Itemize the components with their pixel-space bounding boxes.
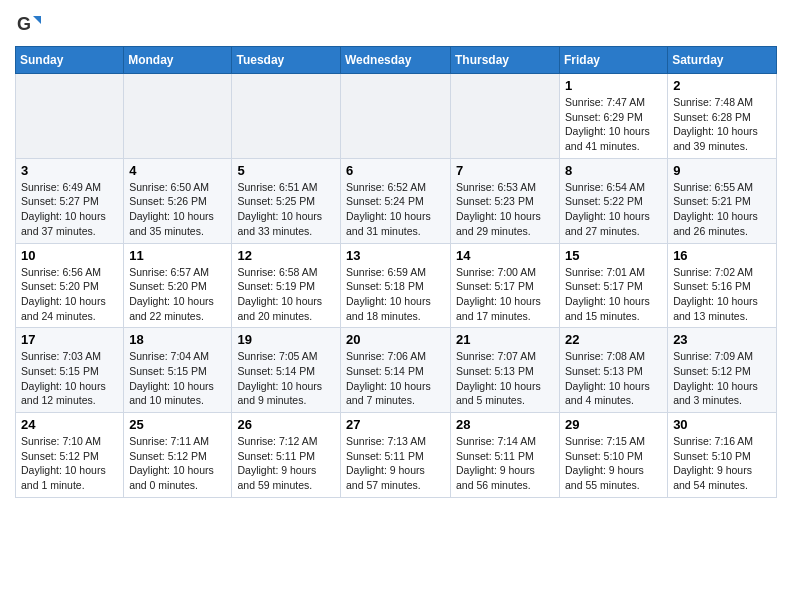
calendar-cell: 9Sunrise: 6:55 AM Sunset: 5:21 PM Daylig… <box>668 158 777 243</box>
weekday-thursday: Thursday <box>451 47 560 74</box>
calendar-cell: 1Sunrise: 7:47 AM Sunset: 6:29 PM Daylig… <box>560 74 668 159</box>
day-number: 5 <box>237 163 335 178</box>
weekday-wednesday: Wednesday <box>341 47 451 74</box>
day-info: Sunrise: 7:05 AM Sunset: 5:14 PM Dayligh… <box>237 349 335 408</box>
day-info: Sunrise: 7:01 AM Sunset: 5:17 PM Dayligh… <box>565 265 662 324</box>
day-number: 22 <box>565 332 662 347</box>
weekday-tuesday: Tuesday <box>232 47 341 74</box>
calendar-cell <box>341 74 451 159</box>
day-number: 27 <box>346 417 445 432</box>
day-number: 3 <box>21 163 118 178</box>
day-info: Sunrise: 7:14 AM Sunset: 5:11 PM Dayligh… <box>456 434 554 493</box>
day-number: 2 <box>673 78 771 93</box>
calendar-cell: 27Sunrise: 7:13 AM Sunset: 5:11 PM Dayli… <box>341 413 451 498</box>
calendar-cell: 3Sunrise: 6:49 AM Sunset: 5:27 PM Daylig… <box>16 158 124 243</box>
week-row-0: 1Sunrise: 7:47 AM Sunset: 6:29 PM Daylig… <box>16 74 777 159</box>
day-info: Sunrise: 7:04 AM Sunset: 5:15 PM Dayligh… <box>129 349 226 408</box>
day-number: 4 <box>129 163 226 178</box>
day-info: Sunrise: 6:51 AM Sunset: 5:25 PM Dayligh… <box>237 180 335 239</box>
calendar-cell: 10Sunrise: 6:56 AM Sunset: 5:20 PM Dayli… <box>16 243 124 328</box>
day-info: Sunrise: 6:54 AM Sunset: 5:22 PM Dayligh… <box>565 180 662 239</box>
calendar-cell: 28Sunrise: 7:14 AM Sunset: 5:11 PM Dayli… <box>451 413 560 498</box>
day-number: 23 <box>673 332 771 347</box>
day-number: 20 <box>346 332 445 347</box>
logo: G <box>15 10 45 38</box>
day-info: Sunrise: 6:59 AM Sunset: 5:18 PM Dayligh… <box>346 265 445 324</box>
day-number: 16 <box>673 248 771 263</box>
weekday-saturday: Saturday <box>668 47 777 74</box>
weekday-header-row: SundayMondayTuesdayWednesdayThursdayFrid… <box>16 47 777 74</box>
day-number: 9 <box>673 163 771 178</box>
day-info: Sunrise: 7:47 AM Sunset: 6:29 PM Dayligh… <box>565 95 662 154</box>
day-info: Sunrise: 7:07 AM Sunset: 5:13 PM Dayligh… <box>456 349 554 408</box>
day-info: Sunrise: 7:11 AM Sunset: 5:12 PM Dayligh… <box>129 434 226 493</box>
calendar-cell: 15Sunrise: 7:01 AM Sunset: 5:17 PM Dayli… <box>560 243 668 328</box>
calendar-cell: 18Sunrise: 7:04 AM Sunset: 5:15 PM Dayli… <box>124 328 232 413</box>
day-number: 24 <box>21 417 118 432</box>
day-info: Sunrise: 6:58 AM Sunset: 5:19 PM Dayligh… <box>237 265 335 324</box>
day-info: Sunrise: 7:00 AM Sunset: 5:17 PM Dayligh… <box>456 265 554 324</box>
calendar-body: 1Sunrise: 7:47 AM Sunset: 6:29 PM Daylig… <box>16 74 777 498</box>
day-info: Sunrise: 7:06 AM Sunset: 5:14 PM Dayligh… <box>346 349 445 408</box>
calendar-cell: 26Sunrise: 7:12 AM Sunset: 5:11 PM Dayli… <box>232 413 341 498</box>
week-row-4: 24Sunrise: 7:10 AM Sunset: 5:12 PM Dayli… <box>16 413 777 498</box>
day-info: Sunrise: 7:09 AM Sunset: 5:12 PM Dayligh… <box>673 349 771 408</box>
calendar-cell: 23Sunrise: 7:09 AM Sunset: 5:12 PM Dayli… <box>668 328 777 413</box>
day-info: Sunrise: 7:12 AM Sunset: 5:11 PM Dayligh… <box>237 434 335 493</box>
day-number: 14 <box>456 248 554 263</box>
weekday-friday: Friday <box>560 47 668 74</box>
calendar-cell: 12Sunrise: 6:58 AM Sunset: 5:19 PM Dayli… <box>232 243 341 328</box>
svg-text:G: G <box>17 14 31 34</box>
week-row-3: 17Sunrise: 7:03 AM Sunset: 5:15 PM Dayli… <box>16 328 777 413</box>
day-info: Sunrise: 6:56 AM Sunset: 5:20 PM Dayligh… <box>21 265 118 324</box>
day-number: 6 <box>346 163 445 178</box>
svg-marker-1 <box>33 16 41 24</box>
weekday-sunday: Sunday <box>16 47 124 74</box>
day-number: 15 <box>565 248 662 263</box>
calendar-cell: 5Sunrise: 6:51 AM Sunset: 5:25 PM Daylig… <box>232 158 341 243</box>
day-number: 11 <box>129 248 226 263</box>
calendar-cell: 22Sunrise: 7:08 AM Sunset: 5:13 PM Dayli… <box>560 328 668 413</box>
day-info: Sunrise: 6:50 AM Sunset: 5:26 PM Dayligh… <box>129 180 226 239</box>
calendar-cell: 30Sunrise: 7:16 AM Sunset: 5:10 PM Dayli… <box>668 413 777 498</box>
calendar-cell: 25Sunrise: 7:11 AM Sunset: 5:12 PM Dayli… <box>124 413 232 498</box>
calendar-cell: 21Sunrise: 7:07 AM Sunset: 5:13 PM Dayli… <box>451 328 560 413</box>
day-number: 12 <box>237 248 335 263</box>
day-info: Sunrise: 6:52 AM Sunset: 5:24 PM Dayligh… <box>346 180 445 239</box>
calendar-header: SundayMondayTuesdayWednesdayThursdayFrid… <box>16 47 777 74</box>
day-info: Sunrise: 7:08 AM Sunset: 5:13 PM Dayligh… <box>565 349 662 408</box>
calendar-cell: 24Sunrise: 7:10 AM Sunset: 5:12 PM Dayli… <box>16 413 124 498</box>
day-info: Sunrise: 6:53 AM Sunset: 5:23 PM Dayligh… <box>456 180 554 239</box>
logo-icon: G <box>15 10 43 38</box>
day-number: 19 <box>237 332 335 347</box>
day-info: Sunrise: 6:57 AM Sunset: 5:20 PM Dayligh… <box>129 265 226 324</box>
day-number: 28 <box>456 417 554 432</box>
day-number: 10 <box>21 248 118 263</box>
calendar-cell <box>232 74 341 159</box>
day-info: Sunrise: 7:13 AM Sunset: 5:11 PM Dayligh… <box>346 434 445 493</box>
day-number: 17 <box>21 332 118 347</box>
day-info: Sunrise: 7:48 AM Sunset: 6:28 PM Dayligh… <box>673 95 771 154</box>
calendar-cell: 17Sunrise: 7:03 AM Sunset: 5:15 PM Dayli… <box>16 328 124 413</box>
calendar-cell: 4Sunrise: 6:50 AM Sunset: 5:26 PM Daylig… <box>124 158 232 243</box>
calendar-cell: 16Sunrise: 7:02 AM Sunset: 5:16 PM Dayli… <box>668 243 777 328</box>
day-info: Sunrise: 6:55 AM Sunset: 5:21 PM Dayligh… <box>673 180 771 239</box>
day-info: Sunrise: 7:15 AM Sunset: 5:10 PM Dayligh… <box>565 434 662 493</box>
page-header: G <box>15 10 777 38</box>
week-row-2: 10Sunrise: 6:56 AM Sunset: 5:20 PM Dayli… <box>16 243 777 328</box>
weekday-monday: Monday <box>124 47 232 74</box>
calendar-cell: 8Sunrise: 6:54 AM Sunset: 5:22 PM Daylig… <box>560 158 668 243</box>
day-info: Sunrise: 6:49 AM Sunset: 5:27 PM Dayligh… <box>21 180 118 239</box>
day-info: Sunrise: 7:16 AM Sunset: 5:10 PM Dayligh… <box>673 434 771 493</box>
day-number: 21 <box>456 332 554 347</box>
calendar-cell: 2Sunrise: 7:48 AM Sunset: 6:28 PM Daylig… <box>668 74 777 159</box>
day-info: Sunrise: 7:03 AM Sunset: 5:15 PM Dayligh… <box>21 349 118 408</box>
day-number: 18 <box>129 332 226 347</box>
day-number: 30 <box>673 417 771 432</box>
calendar-cell: 20Sunrise: 7:06 AM Sunset: 5:14 PM Dayli… <box>341 328 451 413</box>
day-number: 29 <box>565 417 662 432</box>
calendar-cell: 7Sunrise: 6:53 AM Sunset: 5:23 PM Daylig… <box>451 158 560 243</box>
calendar-cell: 19Sunrise: 7:05 AM Sunset: 5:14 PM Dayli… <box>232 328 341 413</box>
day-number: 1 <box>565 78 662 93</box>
calendar-cell: 29Sunrise: 7:15 AM Sunset: 5:10 PM Dayli… <box>560 413 668 498</box>
